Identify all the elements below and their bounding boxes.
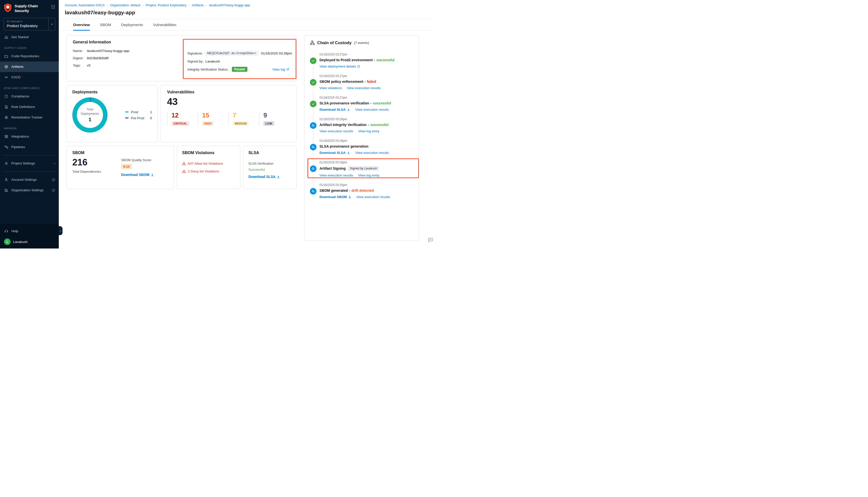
project-selector[interactable]: PROJECT Product Exploratory ›: [3, 18, 55, 30]
app-title: Supply Chain Security: [15, 3, 48, 13]
download-sbom-link[interactable]: Download SBOM: [320, 195, 351, 199]
view-execution-results-link[interactable]: View execution results: [355, 151, 389, 155]
download-icon: [151, 173, 154, 176]
pipelines-icon: [4, 145, 9, 150]
view-log-entry-link[interactable]: View log entry: [358, 129, 379, 133]
breadcrumb-project[interactable]: Project: Product Exploratory: [146, 3, 186, 7]
view-execution-results-link[interactable]: View execution results: [320, 129, 353, 133]
view-log-link[interactable]: View log: [272, 68, 289, 71]
sidebar-item-artifacts[interactable]: Artifacts: [0, 61, 59, 72]
app-logo: [3, 3, 12, 13]
event-title: SLSA provenance verification: [320, 101, 369, 105]
integrity-status-label: Integrity Verification Status:: [187, 68, 228, 71]
tab-vulnerabilities[interactable]: Vulnerabilities: [153, 19, 176, 30]
support-chat-icon[interactable]: [428, 237, 434, 243]
shield-icon: [4, 94, 9, 99]
event-status: successful: [370, 123, 388, 127]
event-timestamp: 01/16/2025 03:25pm: [320, 183, 413, 187]
signature-value: MEQCICde2VjIT...bL+2+mqnOXw==: [205, 51, 258, 56]
infinity-icon: ∞: [4, 75, 9, 80]
view-execution-results-link[interactable]: View execution results: [347, 86, 380, 90]
breadcrumb-separator: ›: [143, 4, 144, 7]
sidebar-item-label: Artifacts: [11, 65, 24, 69]
app-switcher-grid-icon[interactable]: [51, 3, 55, 9]
download-slsa-link[interactable]: Download SLSA: [320, 151, 350, 155]
severity-medium: 7 MEDIUM: [228, 112, 259, 126]
sidebar-divider: [3, 171, 55, 172]
project-name: Product Exploratory: [7, 24, 46, 28]
user-menu[interactable]: L Lavakush: [0, 236, 59, 245]
download-slsa-link[interactable]: Download SLSA: [248, 175, 280, 179]
sidebar-item-help[interactable]: Help: [0, 226, 59, 236]
view-execution-results-link[interactable]: View execution results: [355, 108, 389, 111]
breadcrumb-account[interactable]: Account: Automation-SSCA: [65, 3, 105, 7]
sidebar-item-organization-settings[interactable]: Organization Settings: [0, 185, 59, 196]
external-link-icon: [357, 65, 360, 68]
signature-timestamp: 01/16/2025 03:26pm: [258, 52, 292, 55]
custody-event-deployed: 01/16/2025 03:27pm Deployed to Prod2 env…: [310, 53, 413, 68]
project-chevron-icon[interactable]: ›: [48, 18, 55, 30]
chain-events-count: (7 events): [354, 41, 369, 45]
sidebar-item-get-started[interactable]: Get Started: [0, 32, 59, 42]
sidebar-item-integrations[interactable]: Integrations: [0, 131, 59, 142]
severity-breakdown: 12 CRITICAL 15 HIGH 7 MEDIUM: [167, 112, 290, 126]
avatar: L: [4, 239, 11, 245]
download-icon: [348, 195, 351, 199]
sidebar-item-label: Remediation Tracker: [11, 115, 43, 119]
sidebar-collapse-handle[interactable]: ‹: [59, 226, 62, 235]
tab-deployments[interactable]: Deployments: [121, 19, 143, 30]
view-violations-link[interactable]: View violations: [320, 86, 342, 90]
custody-event-artifact-signing: 01/16/2025 03:26pm Artifact Signing Sign…: [310, 161, 413, 177]
scan-step-icon: [310, 188, 317, 195]
breadcrumb-artifacts[interactable]: Artifacts: [192, 3, 204, 7]
gear-icon: [4, 161, 9, 166]
sidebar-divider: [3, 155, 55, 155]
deployments-donut-chart: Total Deployments 1: [72, 97, 108, 132]
chevron-right-icon: ›: [54, 161, 56, 165]
sidebar-item-label: Code Repositories: [11, 54, 39, 58]
cards-row-3: SBOM 216 Total Dependencies SBOM Quality…: [67, 146, 297, 189]
legend-item-prod: Prod 1: [125, 110, 152, 114]
card-title: SLSA: [248, 151, 291, 155]
event-separator: -: [370, 101, 372, 105]
project-icon: [7, 20, 9, 23]
sidebar-item-remediation-tracker[interactable]: Remediation Tracker: [0, 112, 59, 123]
sidebar-item-label: Compliance: [11, 94, 29, 98]
download-slsa-link[interactable]: Download SLSA: [320, 108, 350, 111]
sidebar-item-pipelines[interactable]: Pipelines: [0, 142, 59, 152]
download-sbom-link[interactable]: Download SBOM: [121, 173, 154, 177]
legend-value: 0: [150, 116, 152, 120]
view-deployment-details-link[interactable]: View deployment details: [320, 65, 360, 68]
signed-by-label: Signed by:: [187, 59, 204, 63]
vulnerabilities-card: Vulnerabilities 43 12 CRITICAL 15 HIGH: [160, 85, 297, 142]
medium-badge: MEDIUM: [233, 121, 248, 126]
name-label: Name:: [73, 49, 87, 53]
headset-icon: [4, 229, 9, 233]
event-timestamp: 01/16/2025 03:27pm: [320, 53, 413, 56]
custody-event-integrity-verification: 01/16/2025 03:26pm Artifact Integrity Ve…: [310, 117, 413, 133]
sidebar-item-project-settings[interactable]: Project Settings ›: [0, 158, 59, 169]
sidebar-item-compliance[interactable]: Compliance: [0, 91, 59, 102]
sidebar-item-label: CI/CD: [11, 75, 20, 79]
sidebar-item-account-settings[interactable]: Account Settings: [0, 174, 59, 185]
allow-list-violations-link[interactable]: 637 Allow list Violations: [182, 162, 235, 166]
sidebar-item-rule-definitions[interactable]: Rule Definitions: [0, 102, 59, 112]
donut-center-label: Total: [81, 108, 99, 112]
view-execution-results-link[interactable]: View execution results: [320, 173, 353, 177]
deny-list-violations-link[interactable]: 2 Deny list Violations: [182, 169, 235, 173]
legend-value: 1: [150, 110, 152, 114]
view-log-entry-link[interactable]: View log entry: [358, 173, 379, 177]
view-execution-results-link[interactable]: View execution results: [356, 195, 390, 199]
breadcrumb-organization[interactable]: Organization: default: [110, 3, 140, 7]
left-column: General Information Name: lavakush07/eas…: [67, 35, 297, 248]
tab-sbom[interactable]: SBOM: [100, 19, 111, 30]
tab-overview[interactable]: Overview: [73, 19, 90, 30]
breadcrumb-artifact-name[interactable]: lavakush07/easy-buggy-app: [209, 3, 250, 7]
sidebar-item-label: Account Settings: [11, 178, 37, 182]
low-count: 9: [264, 112, 290, 119]
sidebar-item-code-repositories[interactable]: Code Repositories: [0, 51, 59, 61]
download-icon: [277, 175, 280, 179]
event-title: Artifact Signing: [320, 167, 346, 170]
event-status: failed: [367, 80, 376, 84]
sidebar-item-cicd[interactable]: ∞ CI/CD: [0, 72, 59, 83]
